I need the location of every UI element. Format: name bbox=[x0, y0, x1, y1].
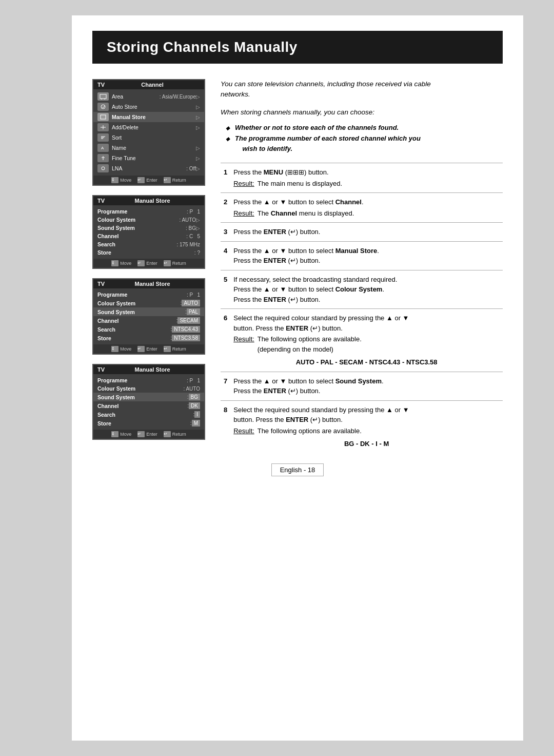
main-content: Storing Channels Manually TV Channel bbox=[72, 15, 523, 741]
step-content-4: Press the ▲ or ▼ button to select Manual… bbox=[230, 241, 503, 270]
panel1-title: Channel bbox=[105, 82, 200, 88]
content-area: TV Channel Area : Asia/W.Europe ▷ bbox=[92, 79, 503, 453]
step-num-3: 3 bbox=[221, 223, 230, 242]
tv-panel-3: TV Manual Store Programme : P 1 Colour S… bbox=[92, 278, 205, 355]
move4-icon: ⇕ bbox=[111, 431, 118, 437]
svg-point-13 bbox=[102, 167, 105, 170]
sort-icon bbox=[97, 133, 109, 142]
tv-panel-2: TV Manual Store Programme : P 1 Colour S… bbox=[92, 195, 205, 269]
return2-icon: ↩ bbox=[164, 260, 171, 266]
p4-channel: Channel : DK bbox=[93, 401, 204, 410]
panel1-header: TV Channel bbox=[93, 80, 204, 89]
return-icon: ↩ bbox=[164, 177, 171, 183]
step-row-1: 1 Press the MENU (⊞⊞⊞) button. Result: T… bbox=[221, 163, 503, 193]
panel1-lna-value: : Off bbox=[186, 166, 196, 171]
step-content-1: Press the MENU (⊞⊞⊞) button. Result: The… bbox=[230, 163, 503, 193]
step-row-8: 8 Select the required sound standard by … bbox=[221, 400, 503, 453]
panel2-header: TV Manual Store bbox=[93, 196, 204, 205]
p4-sound: Sound System : BG bbox=[93, 393, 204, 401]
finetune-icon bbox=[97, 154, 109, 162]
panel1-row-area: Area : Asia/W.Europe ▷ bbox=[93, 91, 204, 102]
move3-icon: ⇕ bbox=[111, 346, 118, 352]
panel3-footer: ⇕ Move ↵ Enter ↩ Return bbox=[93, 344, 204, 354]
result-text-2: The Channel menu is displayed. bbox=[258, 208, 354, 219]
panel1-row-manualstore: Manual Store ▷ bbox=[93, 112, 204, 122]
panel1-manualstore-label: Manual Store bbox=[112, 114, 196, 120]
panel1-lna-label: LNA bbox=[112, 165, 186, 171]
step-row-4: 4 Press the ▲ or ▼ button to select Manu… bbox=[221, 241, 503, 270]
page-title: Storing Channels Manually bbox=[107, 39, 488, 55]
panel2-title: Manual Store bbox=[105, 198, 200, 204]
p4-colour: Colour System : AUTO bbox=[93, 384, 204, 393]
step-row-2: 2 Press the ▲ or ▼ button to select Chan… bbox=[221, 193, 503, 223]
footer-text: English - 18 bbox=[280, 466, 315, 474]
step-content-8: Select the required sound standard by pr… bbox=[230, 400, 503, 453]
step-row-3: 3 Press the ENTER (↵) button. bbox=[221, 223, 503, 242]
result-text-1: The main menu is displayed. bbox=[258, 179, 342, 189]
return4-icon: ↩ bbox=[164, 431, 171, 437]
p4-store: Store : M bbox=[93, 419, 204, 428]
when-text: When storing channels manually, you can … bbox=[221, 107, 503, 118]
colour-options-bar: AUTO - PAL - SECAM - NTSC4.43 - NTSC3.58 bbox=[233, 357, 500, 367]
result-label-8: Result: bbox=[233, 426, 254, 436]
move-icon: ⇕ bbox=[111, 177, 118, 183]
panel1-area-value: : Asia/W.Europe bbox=[160, 94, 196, 100]
p2-store: Store : ? bbox=[93, 248, 204, 257]
panel4-title: Manual Store bbox=[105, 366, 200, 373]
panel4-header: TV Manual Store bbox=[93, 365, 204, 374]
panel1-adddelete-label: Add/Delete bbox=[112, 124, 196, 130]
footer-box: English - 18 bbox=[271, 463, 324, 476]
panel2-tv-label: TV bbox=[97, 198, 105, 204]
sound-options-bar: BG - DK - I - M bbox=[233, 439, 500, 449]
panel1-row-finetune: Fine Tune ▷ bbox=[93, 153, 204, 163]
panel3-header: TV Manual Store bbox=[93, 279, 204, 288]
left-panels: TV Channel Area : Asia/W.Europe ▷ bbox=[92, 79, 205, 453]
panel1-area-label: Area bbox=[112, 93, 160, 100]
p4-search: Search : I bbox=[93, 410, 204, 419]
p2-sound: Sound System : BG ▷ bbox=[93, 224, 204, 232]
panel3-tv-label: TV bbox=[97, 281, 105, 287]
svg-point-3 bbox=[101, 105, 105, 109]
enter4-icon: ↵ bbox=[137, 431, 145, 437]
right-content: You can store television channels, inclu… bbox=[221, 79, 503, 453]
tv-icon bbox=[97, 92, 109, 101]
result-label-2: Result: bbox=[233, 208, 254, 219]
panel4-footer: ⇕ Move ↵ Enter ↩ Return bbox=[93, 430, 204, 439]
panel1-row-sort: Sort bbox=[93, 132, 204, 143]
step-num-7: 7 bbox=[221, 372, 230, 400]
bullet-item-1: Whether or not to store each of the chan… bbox=[226, 123, 503, 133]
p3-programme: Programme : P 1 bbox=[93, 290, 204, 299]
steps-table: 1 Press the MENU (⊞⊞⊞) button. Result: T… bbox=[221, 163, 503, 453]
panel1-footer: ⇕ Move ↵ Enter ↩ Return bbox=[93, 176, 204, 185]
panel4-tv-label: TV bbox=[97, 366, 105, 373]
panel1-tv-label: TV bbox=[97, 82, 105, 88]
bullet-list: Whether or not to store each of the chan… bbox=[221, 123, 503, 154]
panel4-body: Programme : P 1 Colour System : AUTO Sou… bbox=[93, 374, 204, 430]
step-num-1: 1 bbox=[221, 163, 230, 193]
panel3-title: Manual Store bbox=[105, 281, 200, 287]
p2-colour: Colour System : AUTO ▷ bbox=[93, 216, 204, 224]
name-icon: A bbox=[97, 144, 109, 152]
svg-rect-0 bbox=[100, 94, 106, 99]
p4-programme: Programme : P 1 bbox=[93, 376, 204, 384]
step-row-6: 6 Select the required colour standard by… bbox=[221, 309, 503, 372]
panel1-row-lna: LNA : Off ▷ bbox=[93, 163, 204, 173]
p3-search: Search : NTSC4.43 bbox=[93, 325, 204, 334]
tv-panel-4: TV Manual Store Programme : P 1 Colour S… bbox=[92, 364, 205, 440]
p3-store: Store : NTSC3.58 bbox=[93, 334, 204, 342]
p3-sound: Sound System : PAL bbox=[93, 307, 204, 316]
svg-rect-4 bbox=[101, 115, 106, 119]
lna-icon bbox=[97, 164, 109, 172]
step-row-5: 5 If necessary, select the broadcasting … bbox=[221, 270, 503, 309]
svg-text:A: A bbox=[101, 146, 104, 150]
p2-programme: Programme : P 1 bbox=[93, 207, 204, 216]
step-content-2: Press the ▲ or ▼ button to select Channe… bbox=[230, 193, 503, 223]
step-content-6: Select the required colour standard by p… bbox=[230, 309, 503, 372]
return3-icon: ↩ bbox=[164, 346, 171, 352]
panel1-finetune-label: Fine Tune bbox=[112, 155, 196, 161]
panel1-row-autostore: Auto Store ▷ bbox=[93, 102, 204, 112]
adddelete-icon bbox=[97, 123, 109, 131]
p3-channel: Channel : SECAM bbox=[93, 316, 204, 325]
panel1-name-label: Name bbox=[112, 145, 196, 151]
result-label-6: Result: bbox=[233, 334, 254, 354]
